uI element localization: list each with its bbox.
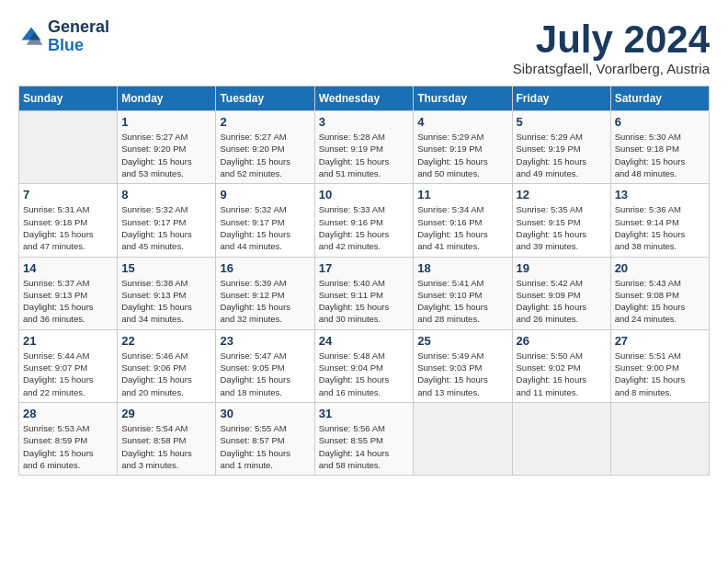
day-number: 25 [417, 334, 507, 348]
day-info: Sunrise: 5:50 AM Sunset: 9:02 PM Dayligh… [517, 350, 607, 398]
calendar-header-row: SundayMondayTuesdayWednesdayThursdayFrid… [19, 86, 710, 111]
day-number: 26 [517, 334, 607, 348]
day-info: Sunrise: 5:27 AM Sunset: 9:20 PM Dayligh… [121, 131, 211, 179]
day-number: 15 [121, 261, 211, 275]
day-number: 17 [319, 261, 410, 275]
day-number: 18 [417, 261, 507, 275]
day-info: Sunrise: 5:56 AM Sunset: 8:55 PM Dayligh… [319, 422, 410, 471]
day-number: 13 [615, 188, 705, 201]
calendar-cell: 1Sunrise: 5:27 AM Sunset: 9:20 PM Daylig… [118, 111, 216, 184]
calendar-cell: 6Sunrise: 5:30 AM Sunset: 9:18 PM Daylig… [610, 111, 709, 184]
day-info: Sunrise: 5:47 AM Sunset: 9:05 PM Dayligh… [220, 350, 310, 398]
calendar-cell: 19Sunrise: 5:42 AM Sunset: 9:09 PM Dayli… [512, 257, 610, 329]
day-number: 23 [220, 334, 310, 348]
column-header-monday: Monday [118, 86, 216, 111]
calendar-cell: 4Sunrise: 5:29 AM Sunset: 9:19 PM Daylig… [414, 111, 512, 184]
calendar-cell: 29Sunrise: 5:54 AM Sunset: 8:58 PM Dayli… [118, 402, 216, 475]
day-info: Sunrise: 5:31 AM Sunset: 9:18 PM Dayligh… [23, 203, 113, 252]
day-number: 27 [615, 334, 705, 348]
day-info: Sunrise: 5:29 AM Sunset: 9:19 PM Dayligh… [417, 131, 507, 179]
calendar-week-row: 14Sunrise: 5:37 AM Sunset: 9:13 PM Dayli… [19, 257, 710, 329]
day-info: Sunrise: 5:44 AM Sunset: 9:07 PM Dayligh… [23, 350, 113, 398]
page-header: General Blue July 2024 Sibratsgfaell, Vo… [18, 18, 710, 76]
column-header-thursday: Thursday [414, 86, 512, 111]
location: Sibratsgfaell, Vorarlberg, Austria [513, 61, 710, 76]
calendar-cell: 3Sunrise: 5:28 AM Sunset: 9:19 PM Daylig… [314, 111, 414, 184]
day-info: Sunrise: 5:37 AM Sunset: 9:13 PM Dayligh… [23, 277, 113, 326]
column-header-sunday: Sunday [19, 86, 118, 111]
calendar-cell: 28Sunrise: 5:53 AM Sunset: 8:59 PM Dayli… [19, 402, 118, 475]
day-number: 7 [23, 188, 113, 201]
day-number: 31 [319, 407, 410, 420]
day-number: 10 [319, 188, 410, 201]
calendar-cell: 15Sunrise: 5:38 AM Sunset: 9:13 PM Dayli… [118, 257, 216, 329]
calendar-cell: 31Sunrise: 5:56 AM Sunset: 8:55 PM Dayli… [314, 402, 414, 475]
day-info: Sunrise: 5:51 AM Sunset: 9:00 PM Dayligh… [615, 350, 705, 398]
calendar-cell: 23Sunrise: 5:47 AM Sunset: 9:05 PM Dayli… [216, 329, 314, 402]
column-header-friday: Friday [512, 86, 610, 111]
column-header-wednesday: Wednesday [314, 86, 414, 111]
day-number: 3 [319, 115, 410, 129]
calendar-week-row: 28Sunrise: 5:53 AM Sunset: 8:59 PM Dayli… [19, 402, 710, 475]
calendar-cell [512, 402, 610, 475]
calendar-week-row: 1Sunrise: 5:27 AM Sunset: 9:20 PM Daylig… [19, 111, 710, 184]
day-number: 9 [220, 188, 310, 201]
calendar-cell: 24Sunrise: 5:48 AM Sunset: 9:04 PM Dayli… [314, 329, 414, 402]
day-info: Sunrise: 5:48 AM Sunset: 9:04 PM Dayligh… [319, 350, 410, 398]
calendar-cell: 17Sunrise: 5:40 AM Sunset: 9:11 PM Dayli… [314, 257, 414, 329]
day-number: 24 [319, 334, 410, 348]
day-info: Sunrise: 5:38 AM Sunset: 9:13 PM Dayligh… [121, 277, 211, 326]
day-number: 14 [23, 261, 113, 275]
day-number: 30 [220, 407, 310, 420]
calendar-cell: 25Sunrise: 5:49 AM Sunset: 9:03 PM Dayli… [414, 329, 512, 402]
day-info: Sunrise: 5:53 AM Sunset: 8:59 PM Dayligh… [23, 422, 113, 471]
calendar-cell: 11Sunrise: 5:34 AM Sunset: 9:16 PM Dayli… [414, 184, 512, 257]
column-header-tuesday: Tuesday [216, 86, 314, 111]
logo-text: General Blue [48, 18, 109, 55]
calendar-cell: 27Sunrise: 5:51 AM Sunset: 9:00 PM Dayli… [610, 329, 709, 402]
day-info: Sunrise: 5:39 AM Sunset: 9:12 PM Dayligh… [220, 277, 310, 326]
day-info: Sunrise: 5:43 AM Sunset: 9:08 PM Dayligh… [615, 277, 705, 326]
calendar-cell: 16Sunrise: 5:39 AM Sunset: 9:12 PM Dayli… [216, 257, 314, 329]
calendar-cell: 14Sunrise: 5:37 AM Sunset: 9:13 PM Dayli… [19, 257, 118, 329]
day-number: 2 [220, 115, 310, 129]
day-number: 19 [517, 261, 607, 275]
title-block: July 2024 Sibratsgfaell, Vorarlberg, Aus… [513, 18, 710, 76]
day-info: Sunrise: 5:49 AM Sunset: 9:03 PM Dayligh… [417, 350, 507, 398]
day-info: Sunrise: 5:29 AM Sunset: 9:19 PM Dayligh… [517, 131, 607, 179]
day-number: 11 [417, 188, 507, 201]
day-info: Sunrise: 5:34 AM Sunset: 9:16 PM Dayligh… [417, 203, 507, 252]
calendar-cell: 26Sunrise: 5:50 AM Sunset: 9:02 PM Dayli… [512, 329, 610, 402]
day-info: Sunrise: 5:27 AM Sunset: 9:20 PM Dayligh… [220, 131, 310, 179]
column-header-saturday: Saturday [610, 86, 709, 111]
day-info: Sunrise: 5:46 AM Sunset: 9:06 PM Dayligh… [121, 350, 211, 398]
calendar-cell [19, 111, 118, 184]
day-info: Sunrise: 5:40 AM Sunset: 9:11 PM Dayligh… [319, 277, 410, 326]
calendar-cell: 5Sunrise: 5:29 AM Sunset: 9:19 PM Daylig… [512, 111, 610, 184]
day-info: Sunrise: 5:32 AM Sunset: 9:17 PM Dayligh… [121, 203, 211, 252]
day-number: 8 [121, 188, 211, 201]
day-number: 1 [121, 115, 211, 129]
calendar-cell: 20Sunrise: 5:43 AM Sunset: 9:08 PM Dayli… [610, 257, 709, 329]
calendar-cell: 8Sunrise: 5:32 AM Sunset: 9:17 PM Daylig… [118, 184, 216, 257]
calendar-cell: 13Sunrise: 5:36 AM Sunset: 9:14 PM Dayli… [610, 184, 709, 257]
day-info: Sunrise: 5:28 AM Sunset: 9:19 PM Dayligh… [319, 131, 410, 179]
day-info: Sunrise: 5:35 AM Sunset: 9:15 PM Dayligh… [517, 203, 607, 252]
day-number: 29 [121, 407, 211, 420]
calendar-cell: 9Sunrise: 5:32 AM Sunset: 9:17 PM Daylig… [216, 184, 314, 257]
day-number: 16 [220, 261, 310, 275]
calendar-table: SundayMondayTuesdayWednesdayThursdayFrid… [18, 86, 710, 476]
day-number: 12 [517, 188, 607, 201]
day-info: Sunrise: 5:42 AM Sunset: 9:09 PM Dayligh… [517, 277, 607, 326]
day-number: 5 [517, 115, 607, 129]
day-number: 28 [23, 407, 113, 420]
day-number: 6 [615, 115, 705, 129]
calendar-cell: 2Sunrise: 5:27 AM Sunset: 9:20 PM Daylig… [216, 111, 314, 184]
calendar-cell: 22Sunrise: 5:46 AM Sunset: 9:06 PM Dayli… [118, 329, 216, 402]
calendar-cell [610, 402, 709, 475]
calendar-cell: 10Sunrise: 5:33 AM Sunset: 9:16 PM Dayli… [314, 184, 414, 257]
calendar-cell: 7Sunrise: 5:31 AM Sunset: 9:18 PM Daylig… [19, 184, 118, 257]
calendar-cell: 21Sunrise: 5:44 AM Sunset: 9:07 PM Dayli… [19, 329, 118, 402]
day-number: 4 [417, 115, 507, 129]
day-info: Sunrise: 5:54 AM Sunset: 8:58 PM Dayligh… [121, 422, 211, 471]
